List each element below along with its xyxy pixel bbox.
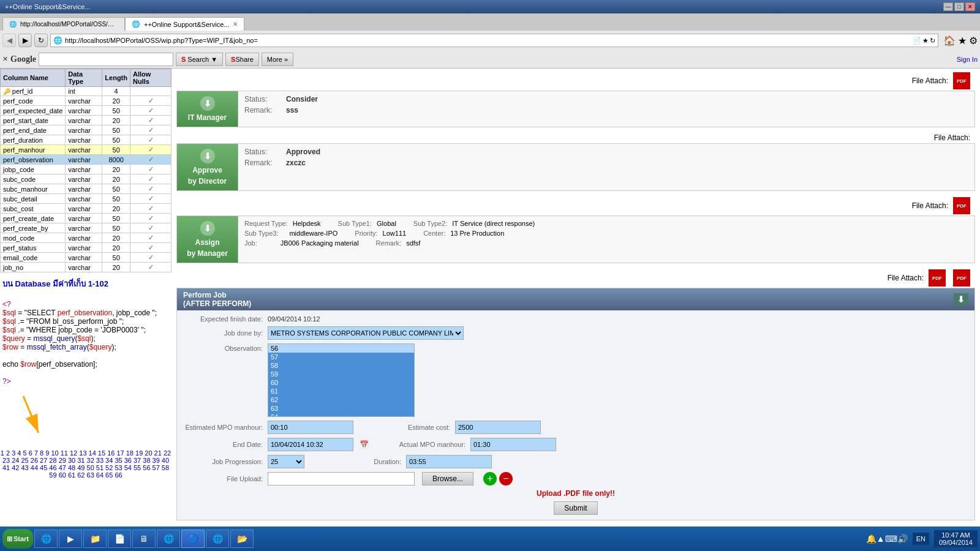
duration-input[interactable] (406, 455, 492, 468)
google-share-button[interactable]: S Share (225, 53, 259, 66)
assign-label1: Assign (195, 238, 219, 247)
it-manager-status-row: Status: Consider (244, 95, 968, 103)
tab-close-2[interactable]: ✕ (233, 21, 238, 28)
browse-button[interactable]: Browse... (422, 472, 473, 485)
google-search-button[interactable]: S Search ▼ (176, 53, 223, 66)
approve-btn[interactable]: ⬇ Approve by Director (177, 144, 238, 190)
star-icon[interactable]: ★ (958, 35, 967, 47)
google-close-btn[interactable]: ✕ (2, 55, 8, 63)
google-signin[interactable]: Sign In (957, 56, 978, 63)
file-icon-top[interactable]: PDF (953, 72, 970, 89)
taskbar-ie2[interactable]: 🌐 (206, 530, 229, 548)
db-col-name: jobp_code (1, 165, 66, 174)
perform-header-icon[interactable]: ⬇ (954, 293, 968, 305)
observation-listbox[interactable]: 5657585960616263646566 (268, 343, 415, 417)
db-col-nullable: ✓ (130, 194, 172, 204)
taskbar-explorer[interactable]: 📁 (83, 530, 107, 548)
estimate-cost-input[interactable] (455, 421, 541, 434)
obs-item[interactable]: 63 (268, 404, 414, 413)
file-icon-4b[interactable]: PDF (953, 269, 970, 287)
perform-section: Perform Job (AFTER PERFORM) ⬇ Expected f… (176, 288, 975, 520)
chrome-icon: 🔵 (187, 533, 199, 545)
it-manager-status-label: Status: (244, 95, 281, 103)
db-col-name: perf_end_date (1, 126, 66, 135)
refresh-icon[interactable]: ↻ (930, 37, 935, 45)
search-dropdown-icon[interactable]: ▼ (211, 56, 217, 63)
sub-type3-value: middleware-IPO (289, 230, 337, 237)
obs-item[interactable]: 57 (268, 353, 414, 361)
tab-label-2: ++Online Support&Service... (144, 21, 229, 28)
priority-label: Priority: (355, 230, 377, 237)
job-value: JB006 Packaging material (281, 239, 359, 247)
taskbar-ie[interactable]: 🌐 (34, 530, 58, 548)
remark-label: Remark: (376, 239, 402, 247)
db-col-name: mod_code (1, 233, 66, 243)
calendar-icon[interactable]: 📅 (360, 440, 369, 449)
code-section: <? $sql = "SELECT perf_observation, jobp… (0, 295, 172, 391)
bookmark-icon[interactable]: ★ (922, 37, 929, 45)
obs-item[interactable]: 59 (268, 370, 414, 378)
home-icon[interactable]: 🏠 (943, 35, 956, 47)
taskbar-dw[interactable]: 🌐 (157, 530, 180, 548)
obs-item[interactable]: 61 (268, 387, 414, 395)
job-progression-select[interactable]: 25 50 75 100 (268, 455, 304, 468)
db-table-row: subc_detailvarchar50✓ (1, 194, 172, 204)
job-done-by-select[interactable]: METRO SYSTEMS CORPORATION PUBLIC COMPANY… (268, 326, 464, 340)
tab-1[interactable]: 🌐 http://localhost/MPOPortal/OSS/wip... (2, 17, 125, 31)
db-table-row: perf_observationvarchar8000✓ (1, 155, 172, 165)
address-input[interactable] (65, 37, 913, 44)
obs-item[interactable]: 64 (268, 413, 414, 417)
obs-item[interactable]: 62 (268, 395, 414, 404)
db-table-row: perf_start_datevarchar20✓ (1, 116, 172, 126)
maximize-button[interactable]: □ (954, 2, 964, 11)
taskbar-folder[interactable]: 📂 (230, 530, 254, 548)
google-more-button[interactable]: More » (262, 53, 293, 66)
db-col-nullable: ✓ (130, 165, 172, 174)
actual-mpo-label: Actual MPO manhour: (386, 441, 466, 448)
end-date-input[interactable] (268, 438, 353, 451)
submit-button[interactable]: Submit (554, 501, 597, 515)
taskbar-doc[interactable]: 📄 (108, 530, 131, 548)
close-button[interactable]: ✕ (965, 2, 975, 11)
duration-label: Duration: (322, 458, 401, 465)
google-search-input[interactable] (39, 53, 173, 66)
center-value: 13 Pre Production (450, 230, 504, 237)
it-manager-btn[interactable]: ⬇ IT Manager (177, 91, 238, 127)
assign-label2: by Manager (187, 249, 228, 258)
file-icon-3a[interactable]: PDF (953, 197, 970, 214)
taskbar-chrome[interactable]: 🔵 (181, 530, 205, 548)
tab-2[interactable]: 🌐 ++Online Support&Service... ✕ (125, 17, 244, 31)
file-upload-input[interactable] (268, 472, 415, 485)
obs-item[interactable]: 56 (268, 344, 414, 353)
back-button[interactable]: ◀ (2, 34, 16, 47)
file-icon-4a[interactable]: PDF (929, 269, 946, 287)
title-bar: ++Online Support&Service... — □ ✕ (0, 0, 980, 13)
db-col-type: varchar (66, 116, 102, 126)
estimated-mpo-input[interactable] (268, 421, 353, 434)
tools-icon[interactable]: ⚙ (969, 35, 978, 47)
actual-mpo-input[interactable] (470, 438, 556, 451)
obs-item[interactable]: 60 (268, 378, 414, 387)
minimize-button[interactable]: — (943, 2, 953, 11)
start-button[interactable]: ⊞ Start (2, 529, 33, 549)
code-line-5: $row = mssql_fetch_array($query); (2, 343, 169, 351)
expected-finish-label: Expected finish date: (183, 315, 263, 323)
db-col-nullable: ✓ (130, 126, 172, 135)
reload-button[interactable]: ↻ (34, 34, 48, 47)
obs-item[interactable]: 58 (268, 361, 414, 370)
db-col-length: 50 (102, 214, 130, 223)
estimate-cost-label: Estimate cost: (371, 424, 450, 431)
db-col-nullable (130, 87, 172, 96)
expected-finish-value: 09/04/2014 10:12 (268, 315, 320, 323)
approve-section: ⬇ Approve by Director Status: Approved R… (176, 143, 975, 191)
remove-file-button[interactable]: − (499, 472, 513, 485)
forward-button[interactable]: ▶ (18, 34, 32, 47)
assign-btn[interactable]: ⬇ Assign by Manager (177, 216, 238, 263)
taskbar-app[interactable]: 🖥 (132, 530, 156, 548)
explorer-icon: 📁 (89, 533, 101, 545)
file-attach-2-label: File Attach: (934, 133, 970, 142)
page-icon[interactable]: 📄 (913, 37, 921, 45)
taskbar-media[interactable]: ▶ (59, 530, 82, 548)
file-upload-label: File Upload: (183, 475, 263, 482)
add-file-button[interactable]: + (483, 472, 497, 485)
